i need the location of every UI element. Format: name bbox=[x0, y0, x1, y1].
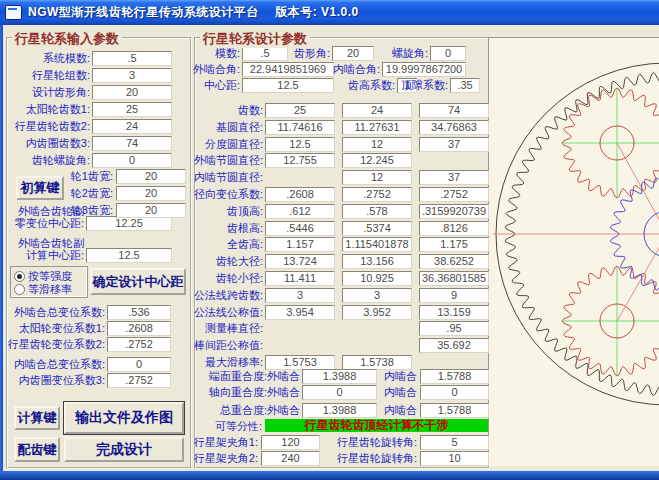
param-cell-c2[interactable]: 12 bbox=[342, 170, 412, 185]
radio-equal-slip-label: 等滑移率 bbox=[28, 282, 72, 297]
input-param-1-field[interactable]: 3 bbox=[92, 68, 172, 83]
planet-rotation-field[interactable]: 10 bbox=[420, 451, 489, 466]
tooth-match-button[interactable]: 配齿键 bbox=[14, 437, 60, 462]
input-panel-title: 行星轮系输入参数 bbox=[12, 30, 122, 48]
param-cell-c2[interactable]: .2752 bbox=[342, 187, 412, 202]
param-cell-c1[interactable]: 12.5 bbox=[265, 137, 335, 152]
param-cell-c3[interactable]: 74 bbox=[419, 103, 489, 118]
design-header-7-field[interactable]: .35 bbox=[450, 78, 480, 93]
param-cell-c2[interactable]: 3.952 bbox=[342, 305, 412, 320]
param-cell-c1[interactable]: 3.954 bbox=[265, 305, 335, 320]
ext-mesh-calc-center-dist-field[interactable]: 12.5 bbox=[86, 248, 172, 263]
param-cell-c2[interactable]: 24 bbox=[342, 103, 412, 118]
ext-coef-1-field[interactable]: .2608 bbox=[107, 321, 171, 336]
param-cell-c3[interactable]: 36.36801585 bbox=[419, 271, 489, 286]
overlap-ext-field[interactable]: 0 bbox=[302, 385, 377, 400]
param-cell-c2[interactable]: 12.245 bbox=[342, 153, 412, 168]
param-cell-c3[interactable]: 9 bbox=[419, 288, 489, 303]
radio-equal-slip[interactable]: 等滑移率 bbox=[14, 282, 72, 297]
overlap-int-label: 内啮合 bbox=[374, 370, 417, 383]
carrier-angle-field[interactable]: 120 bbox=[261, 435, 320, 450]
design-header-2-field[interactable]: 0 bbox=[430, 46, 466, 61]
design-header-5-field[interactable]: 12.5 bbox=[242, 78, 334, 93]
param-cell-c3[interactable]: .95 bbox=[419, 321, 489, 336]
int-coef-1-field[interactable]: .2752 bbox=[107, 373, 171, 388]
calc-button[interactable]: 计算键 bbox=[14, 406, 60, 430]
param-cell-c1[interactable]: 13.724 bbox=[265, 254, 335, 269]
gear-diagram bbox=[489, 38, 659, 466]
param-cell-c3[interactable]: 35.692 bbox=[419, 338, 489, 353]
input-param-2-field[interactable]: 20 bbox=[92, 85, 172, 100]
param-cell-c1[interactable]: 1.5753 bbox=[265, 355, 335, 370]
param-cell-c2[interactable]: 1.5738 bbox=[342, 355, 412, 370]
param-cell-c3[interactable]: 37 bbox=[419, 170, 489, 185]
param-cell-c2[interactable]: 11.27631 bbox=[342, 120, 412, 135]
param-cell-c1[interactable]: 1.157 bbox=[265, 237, 335, 252]
design-header-1-field[interactable]: 20 bbox=[332, 46, 374, 61]
divisibility-status-badge: 行星齿轮齿顶经计算不干涉 bbox=[265, 419, 488, 432]
design-header-4-field[interactable]: 19.9997867200 bbox=[382, 62, 466, 77]
planet-rotation-field[interactable]: 5 bbox=[420, 435, 489, 450]
param-cell-c2[interactable]: 1.115401878 bbox=[342, 237, 412, 252]
overlap-int-label: 内啮合 bbox=[374, 404, 417, 417]
face-width-2-field[interactable]: 20 bbox=[116, 203, 186, 218]
param-cell-c2[interactable]: .5374 bbox=[342, 221, 412, 236]
param-cell-c3[interactable]: .8126 bbox=[419, 221, 489, 236]
overlap-int-field[interactable]: 1.5788 bbox=[420, 369, 489, 384]
ext-coef-0-field[interactable]: .536 bbox=[107, 305, 171, 320]
output-file-plot-button[interactable]: 输出文件及作图 bbox=[64, 402, 184, 434]
param-row-label: 齿数: bbox=[185, 104, 263, 117]
param-cell-c1[interactable]: 11.74616 bbox=[265, 120, 335, 135]
init-calc-button[interactable]: 初算键 bbox=[16, 176, 64, 200]
overlap-int-field[interactable]: 1.5788 bbox=[420, 403, 489, 418]
carrier-angle-field[interactable]: 240 bbox=[261, 451, 320, 466]
param-cell-c1[interactable]: .2608 bbox=[265, 187, 335, 202]
ext-coef-2-field[interactable]: .2752 bbox=[107, 337, 171, 352]
int-coef-1-label: 内齿圈变位系数3: bbox=[2, 374, 105, 387]
param-cell-c2[interactable]: .578 bbox=[342, 204, 412, 219]
input-param-3-field[interactable]: 25 bbox=[92, 102, 172, 117]
param-row-label: 分度圆直径: bbox=[185, 138, 263, 151]
ext-mesh-zero-center-dist-field[interactable]: 12.25 bbox=[86, 216, 172, 231]
param-cell-c3[interactable]: 37 bbox=[419, 137, 489, 152]
face-width-0-field[interactable]: 20 bbox=[116, 169, 186, 184]
param-cell-c3[interactable]: .3159920739 bbox=[419, 204, 489, 219]
param-cell-c1[interactable]: .612 bbox=[265, 204, 335, 219]
design-header-0-field[interactable]: .5 bbox=[242, 46, 288, 61]
input-param-0-field[interactable]: .5 bbox=[92, 51, 172, 66]
int-coef-0-field[interactable]: 0 bbox=[107, 357, 171, 372]
param-cell-c3[interactable]: 34.76863 bbox=[419, 120, 489, 135]
param-cell-c1[interactable]: 11.411 bbox=[265, 271, 335, 286]
overlap-ext-field[interactable]: 1.3988 bbox=[302, 403, 377, 418]
confirm-center-dist-button[interactable]: 确定设计中心距 bbox=[90, 268, 186, 295]
param-cell-c3[interactable]: 1.175 bbox=[419, 237, 489, 252]
param-cell-c2[interactable]: 13.156 bbox=[342, 254, 412, 269]
overlap-row-label: 总重合度:外啮合 bbox=[188, 404, 300, 417]
input-param-4-field[interactable]: 24 bbox=[92, 119, 172, 134]
param-cell-c3[interactable]: 13.159 bbox=[419, 305, 489, 320]
input-param-5-field[interactable]: 74 bbox=[92, 136, 172, 151]
design-header-4-label: 内啮合角: bbox=[332, 63, 380, 76]
title-bar[interactable]: NGW型渐开线齿轮行星传动系统设计平台 版本号: V1.0.0 bbox=[0, 0, 659, 25]
radio-selected-icon bbox=[14, 271, 25, 282]
overlap-ext-field[interactable]: 1.3988 bbox=[302, 369, 377, 384]
param-row-label: 内啮节圆直径: bbox=[185, 171, 263, 184]
param-cell-c1[interactable]: .5446 bbox=[265, 221, 335, 236]
param-cell-c3[interactable]: .2752 bbox=[419, 187, 489, 202]
param-cell-c3[interactable]: 38.6252 bbox=[419, 254, 489, 269]
face-width-1-field[interactable]: 20 bbox=[116, 186, 186, 201]
param-cell-c1[interactable]: 3 bbox=[265, 288, 335, 303]
param-cell-c2[interactable]: 10.925 bbox=[342, 271, 412, 286]
finish-design-button[interactable]: 完成设计 bbox=[64, 437, 184, 462]
param-cell-c2[interactable]: 3 bbox=[342, 288, 412, 303]
param-cell-c1[interactable]: 25 bbox=[265, 103, 335, 118]
design-header-3-field[interactable]: 22.9419851969 bbox=[242, 62, 334, 77]
param-row-label: 最大滑移率: bbox=[185, 356, 263, 369]
param-cell-c1[interactable]: 12.755 bbox=[265, 153, 335, 168]
param-cell-c2[interactable]: 12 bbox=[342, 137, 412, 152]
overlap-row-label: 轴向重合度:外啮合 bbox=[188, 386, 300, 399]
overlap-int-field[interactable]: 0 bbox=[420, 385, 489, 400]
input-param-6-field[interactable]: 0 bbox=[92, 153, 172, 168]
param-row-label: 公法线跨齿数: bbox=[185, 289, 263, 302]
carrier-angle-label: 行星架夹角2: bbox=[188, 452, 258, 465]
